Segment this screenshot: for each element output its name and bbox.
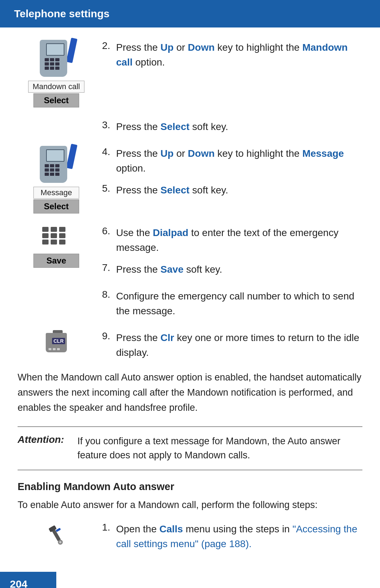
phone-key — [45, 173, 49, 176]
clr-label-text: CLR — [52, 338, 65, 344]
select-button-4[interactable]: Select — [33, 199, 79, 213]
step-paragraph-6: Use the Dialpad to enter the text of the… — [116, 225, 362, 255]
clr-key-9: Clr — [160, 332, 174, 343]
step-inline-3: 3. Press the Select soft key. — [102, 119, 362, 134]
step-row-4: Message Select 4. Press the Up or Down k… — [18, 144, 362, 213]
dialpad-key — [42, 227, 49, 232]
header-title: Telephone settings — [14, 8, 109, 19]
phone-key — [45, 62, 49, 66]
step-inline-5: 5. Press the Select soft key. — [102, 183, 362, 198]
step-row-9: CLR 9. Press the Clr key one or more tim… — [18, 328, 362, 360]
down-key-2: Down — [188, 42, 215, 53]
step-number-2: 2. — [102, 40, 113, 51]
step-image-6: Save — [18, 223, 95, 268]
phone-device-4 — [38, 144, 75, 185]
phone-key — [50, 168, 54, 172]
svg-rect-4 — [56, 528, 61, 532]
step-paragraph-3: Press the Select soft key. — [116, 119, 228, 134]
select-button-2[interactable]: Select — [33, 93, 79, 107]
dialpad-key — [59, 233, 65, 238]
up-key-4: Up — [160, 148, 173, 159]
step-paragraph-7: Press the Save soft key. — [116, 262, 222, 277]
dialpad-key — [59, 227, 65, 232]
section-heading: Enabling Mandown Auto answer — [18, 481, 362, 493]
dialpad-key — [59, 240, 65, 245]
step-inline-9: 9. Press the Clr key one or more times t… — [102, 330, 362, 360]
dialpad-key-6: Dialpad — [153, 227, 188, 238]
calls-link[interactable]: "Accessing the call settings menu" (page… — [116, 524, 357, 549]
mandown-call-label: Mandown call — [28, 81, 85, 93]
step-text-2: 2. Press the Up or Down key to highlight… — [102, 38, 362, 70]
step-paragraph-section-1: Open the Calls menu using the steps in "… — [116, 522, 362, 551]
phone-key — [45, 164, 49, 167]
step-paragraph-4: Press the Up or Down key to highlight th… — [116, 146, 362, 176]
wrench-svg — [46, 524, 67, 547]
message-label: Message — [33, 187, 79, 199]
phone-key — [55, 58, 59, 61]
step-inline-6: 6. Use the Dialpad to enter the text of … — [102, 225, 362, 255]
phone-key — [55, 67, 59, 70]
step-row-section-1: 1. Open the Calls menu using the steps i… — [18, 520, 362, 551]
dialpad-key — [51, 233, 57, 238]
save-button-7[interactable]: Save — [33, 254, 79, 268]
mandown-option: Mandown call — [116, 42, 348, 68]
page-header: Telephone settings — [0, 0, 380, 27]
attention-label: Attention: — [18, 434, 74, 445]
step-number-8: 8. — [102, 289, 113, 300]
dialpad-key — [42, 233, 49, 238]
step-number-6: 6. — [102, 225, 113, 237]
step-text-6: 6. Use the Dialpad to enter the text of … — [102, 223, 362, 277]
phone-strap-4 — [66, 144, 77, 169]
step-row-2: Mandown call Select 2. Press the Up or D… — [18, 38, 362, 107]
step-number-7: 7. — [102, 262, 113, 273]
page-content: Mandown call Select 2. Press the Up or D… — [0, 38, 380, 588]
step-inline-8: 8. Configure the emergency call number t… — [102, 289, 362, 318]
step-inline-4: 4. Press the Up or Down key to highlight… — [102, 146, 362, 176]
phone-body-4 — [40, 146, 67, 183]
step-text-9: 9. Press the Clr key one or more times t… — [102, 328, 362, 360]
step-paragraph-2: Press the Up or Down key to highlight th… — [116, 40, 362, 70]
select-key-3: Select — [160, 121, 190, 132]
phone-key — [50, 62, 54, 66]
attention-box: Attention: If you configure a text messa… — [18, 426, 362, 470]
phone-key — [50, 164, 54, 167]
step-row-8: 8. Configure the emergency call number t… — [102, 287, 362, 318]
wrench-icon — [42, 521, 70, 550]
phone-screen-2 — [46, 43, 64, 56]
attention-text: If you configure a text message for Mand… — [77, 434, 362, 463]
clr-icon: CLR — [42, 330, 70, 355]
save-key-7: Save — [160, 264, 183, 275]
calls-key: Calls — [159, 524, 183, 534]
page-number: 204 — [10, 578, 27, 588]
body-paragraph: When the Mandown call Auto answer option… — [18, 370, 362, 416]
up-key-2: Up — [160, 42, 173, 53]
step-text-8: 8. Configure the emergency call number t… — [102, 287, 362, 318]
footer-bar: 204 — [0, 572, 56, 588]
phone-screen-4 — [46, 149, 64, 162]
down-key-4: Down — [188, 148, 215, 159]
phone-key — [55, 62, 59, 66]
dialpad-key — [51, 240, 57, 245]
phone-key — [55, 173, 59, 176]
phone-body-2 — [40, 40, 67, 77]
phone-key — [55, 168, 59, 172]
clr-body: CLR — [46, 333, 67, 352]
dialpad-key — [51, 227, 57, 232]
step-row-6: Save 6. Use the Dialpad to enter the tex… — [18, 223, 362, 277]
step-paragraph-9: Press the Clr key one or more times to r… — [116, 330, 362, 360]
phone-key — [50, 67, 54, 70]
phone-key — [55, 164, 59, 167]
phone-key — [50, 58, 54, 61]
step-inline-section-1: 1. Open the Calls menu using the steps i… — [102, 522, 362, 551]
select-key-5: Select — [160, 185, 190, 196]
section-intro: To enable Auto answer for a Mandown call… — [18, 497, 362, 513]
step-image-4: Message Select — [18, 144, 95, 213]
phone-key — [45, 67, 49, 70]
step-image-9: CLR — [18, 328, 95, 357]
step-image-section-1 — [18, 520, 95, 551]
step-paragraph-8: Configure the emergency call number to w… — [116, 289, 362, 318]
step-inline-7: 7. Press the Save soft key. — [102, 262, 362, 277]
step-number-9: 9. — [102, 330, 113, 342]
step-text-3: 3. Press the Select soft key. — [102, 117, 362, 134]
step-inline-2: 2. Press the Up or Down key to highlight… — [102, 40, 362, 70]
